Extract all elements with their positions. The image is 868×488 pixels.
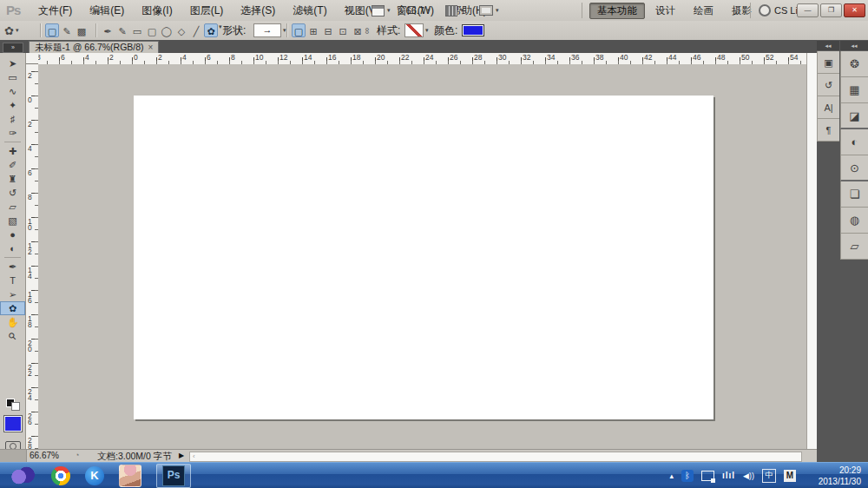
shape-layers-mode-button[interactable]: ▢ (45, 23, 59, 37)
custom-shape-tool[interactable]: ✿ (0, 301, 25, 315)
workspace-button-design[interactable]: 设计 (648, 3, 683, 19)
blur-tool[interactable]: ● (0, 228, 25, 241)
freeform-pen-option-button[interactable]: ✎ (115, 23, 129, 37)
dodge-tool[interactable]: ◐ (0, 241, 25, 255)
menu-image[interactable]: 图像(I) (133, 0, 181, 21)
signal-icon[interactable]: ılıl (722, 471, 735, 480)
status-zoom-field[interactable]: 66.67% (30, 451, 59, 460)
spot-healing-tool[interactable]: ✚ (0, 144, 25, 158)
polygon-option-button[interactable]: ◇ (174, 23, 188, 37)
paths-panel-button[interactable]: ▱ (840, 234, 868, 260)
tool-preset-button[interactable]: ✿ ▾ (4, 21, 18, 40)
ime-language-button[interactable]: 中 (762, 469, 776, 483)
history-brush-tool[interactable]: ↺ (0, 186, 25, 200)
paths-mode-button[interactable]: ✎ (60, 23, 74, 37)
fill-pixels-mode-button[interactable]: ▩ (75, 23, 89, 37)
add-to-shape-area-button[interactable]: ⊞ (306, 23, 320, 37)
masks-panel-button[interactable]: ⊙ (840, 155, 868, 181)
zoom-level-button[interactable]: 66.7 ▾ (403, 3, 434, 18)
shape-preview-icon: → (253, 23, 281, 37)
color-label: 颜色: (434, 23, 457, 38)
arrange-documents-button[interactable]: ▾ (368, 3, 394, 18)
crop-tool[interactable]: ♯ (0, 112, 25, 126)
type-tool[interactable]: T (0, 274, 25, 287)
link-layers-button[interactable]: ∞ (365, 21, 371, 40)
tab-overflow-button[interactable]: » (3, 43, 23, 53)
default-colors-widget[interactable] (6, 399, 20, 411)
workspace-button-painting[interactable]: 绘画 (686, 3, 721, 19)
dock-collapse-button[interactable]: ◂◂ (817, 41, 839, 51)
horizontal-scrollbar[interactable]: ‹ (189, 452, 802, 462)
lasso-tool[interactable]: ∿ (0, 84, 25, 98)
chrome-icon[interactable] (51, 466, 70, 485)
swatches-panel-button[interactable]: ▦ (840, 77, 868, 103)
bluetooth-icon[interactable]: ᛒ (681, 470, 694, 482)
document-canvas[interactable] (134, 96, 713, 419)
ime-mode-button[interactable]: M (784, 470, 796, 482)
channels-panel-button[interactable]: ◍ (840, 208, 868, 234)
mini-bridge-panel-button[interactable]: ▣ (817, 51, 839, 74)
character-panel-button[interactable]: A| (817, 96, 839, 119)
document-tab[interactable]: 未标题-1 @ 66.7%(RGB/8) × (29, 41, 159, 54)
horizontal-ruler[interactable]: 8642024681012141618202224262830323436384… (26, 53, 806, 65)
ruler-label: 0 (28, 97, 34, 103)
menu-select[interactable]: 选择(S) (232, 0, 284, 21)
custom-shape-option-button[interactable]: ✿ (204, 23, 218, 37)
swirl-app-icon[interactable] (10, 466, 36, 485)
photoshop-taskbar-button[interactable]: Ps (156, 464, 191, 488)
zoom-tool[interactable]: ⚲ (0, 329, 25, 343)
rectangle-option-button[interactable]: ▭ (130, 23, 144, 37)
marquee-tool[interactable]: ▭ (0, 70, 25, 84)
workspace-button-essentials[interactable]: 基本功能 (589, 3, 645, 19)
hidden-icons-button[interactable]: ▴ (669, 472, 674, 480)
minimize-button[interactable]: — (797, 3, 819, 17)
brush-tool[interactable]: ✐ (0, 158, 25, 172)
ruler-label: 18 (28, 316, 34, 327)
intersect-shape-areas-button[interactable]: ⊡ (336, 23, 350, 37)
eraser-tool[interactable]: ▱ (0, 200, 25, 214)
pen-option-button[interactable]: ✒ (101, 23, 115, 37)
eyedropper-tool[interactable]: ✑ (0, 126, 25, 140)
history-panel-button[interactable]: ↺ (817, 74, 839, 96)
avatar-taskbar-icon[interactable] (119, 465, 141, 487)
view-extras-button[interactable]: ▾ (442, 3, 467, 18)
menu-edit[interactable]: 编辑(E) (81, 0, 133, 21)
layers-panel-button[interactable]: ❏ (840, 181, 868, 208)
foreground-color-swatch[interactable] (3, 415, 23, 432)
volume-icon[interactable]: ◀)) (743, 472, 754, 480)
taskbar-clock[interactable]: 20:29 2013/11/30 (804, 465, 861, 487)
pen-tool[interactable]: ✒ (0, 260, 25, 274)
paragraph-panel-button[interactable]: ¶ (817, 119, 839, 142)
gradient-tool[interactable]: ▧ (0, 214, 25, 228)
close-button[interactable]: ✕ (844, 3, 865, 17)
menu-filter[interactable]: 滤镜(T) (284, 0, 335, 21)
move-tool[interactable]: ➤ (0, 56, 25, 70)
vertical-ruler[interactable]: 20246810121416182022242628 (26, 64, 39, 449)
subtract-from-shape-area-button[interactable]: ⊟ (321, 23, 335, 37)
dock-collapse-button[interactable]: ◂◂ (840, 41, 868, 51)
color-picker[interactable] (462, 21, 484, 40)
adjustments-panel-button[interactable]: ◐ (840, 129, 868, 155)
path-selection-tool[interactable]: ➢ (0, 287, 25, 301)
rounded-rectangle-option-button[interactable]: ▢ (145, 23, 159, 37)
kugou-icon[interactable]: K (85, 466, 104, 485)
color-panel-button[interactable]: ❂ (840, 51, 868, 77)
menu-file[interactable]: 文件(F) (30, 0, 81, 21)
styles-panel-button[interactable]: ◪ (840, 103, 868, 129)
ellipse-option-button[interactable]: ◯ (160, 23, 174, 37)
ruler-label: 44 (668, 53, 676, 62)
screen-mode-button[interactable]: ▾ (476, 3, 503, 18)
close-tab-icon[interactable]: × (148, 43, 154, 52)
clone-stamp-tool[interactable]: ♜ (0, 172, 25, 186)
network-icon[interactable] (701, 471, 714, 481)
shape-picker[interactable]: → ▾ (253, 21, 286, 40)
menu-layer[interactable]: 图层(L) (181, 0, 233, 21)
hand-tool[interactable]: ✋ (0, 315, 25, 329)
line-option-button[interactable]: ╱ (189, 23, 203, 37)
create-shape-layer-button[interactable]: ▢ (292, 23, 306, 37)
restore-button[interactable]: ❐ (820, 3, 842, 17)
vertical-scrollbar[interactable] (806, 53, 817, 449)
status-menu-arrow[interactable]: ▶ (179, 452, 184, 459)
quick-selection-tool[interactable]: ✦ (0, 98, 25, 112)
style-picker[interactable]: ▾ (404, 21, 429, 40)
